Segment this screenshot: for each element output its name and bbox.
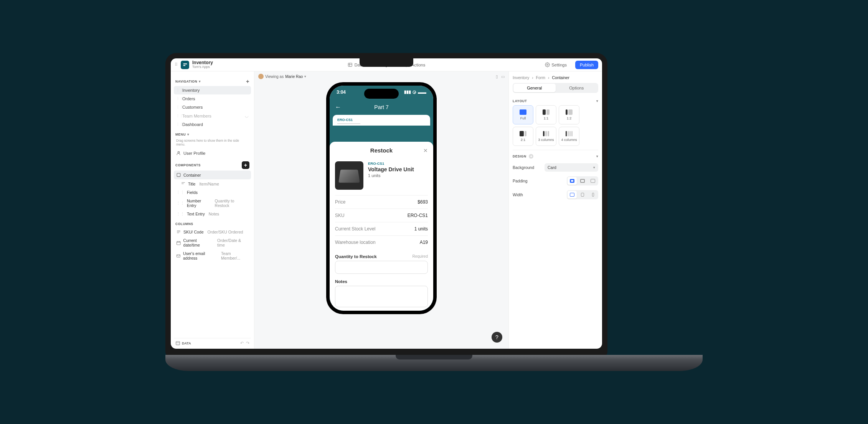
text-icon — [176, 229, 181, 234]
container-icon — [176, 172, 181, 177]
layout-opt-2-1[interactable]: 2:1 — [513, 127, 533, 146]
width-opt-2[interactable] — [578, 191, 587, 199]
row-price: Price $693 — [335, 195, 428, 209]
nav-item-team-members[interactable]: ⋮⋮Team Members◡ — [174, 111, 251, 120]
publish-button[interactable]: Publish — [575, 61, 598, 69]
components-section-label: COMPONENTS — [175, 163, 201, 167]
tab-general[interactable]: General — [513, 84, 556, 92]
data-footer-button[interactable]: DATA — [175, 341, 191, 346]
svg-rect-8 — [177, 173, 180, 177]
tab-options[interactable]: Options — [556, 84, 598, 92]
data-icon — [175, 341, 180, 346]
wifi-icon: ◶ — [413, 89, 416, 94]
padding-opt-3[interactable] — [588, 177, 597, 185]
row-sku: SKU ERO-CS1 — [335, 209, 428, 222]
back-icon[interactable]: ← — [335, 104, 341, 111]
status-time: 3:04 — [337, 89, 346, 95]
nav-item-user-profile[interactable]: User Profile — [174, 149, 251, 157]
svg-rect-1 — [183, 65, 185, 66]
calendar-icon — [176, 240, 181, 245]
status-icons: ▮▮▮ ◶ ▬▬ — [404, 89, 426, 94]
notes-label: Notes — [335, 279, 347, 284]
hidden-icon: ◡ — [245, 113, 249, 118]
chevron-down-icon[interactable]: ▾ — [199, 80, 201, 83]
padding-toggle — [567, 176, 598, 186]
close-icon[interactable]: ✕ — [423, 147, 428, 154]
svg-point-6 — [547, 64, 548, 65]
restock-sheet: Restock ✕ ERO-CS1 Voltage Drive Unit — [330, 142, 433, 311]
component-text-entry[interactable]: ⋮⋮ Text Entry Notes — [174, 210, 251, 218]
columns-section-label: COLUMNS — [175, 222, 193, 226]
product-sku: ERO-CS1 — [368, 161, 414, 166]
background-label: Background — [513, 165, 534, 170]
column-date[interactable]: Current date/time Order/Date & time — [174, 236, 251, 249]
right-panel: Inventory › Form › Container General Opt… — [508, 71, 602, 349]
nav-item-inventory[interactable]: ⋮⋮Inventory — [174, 86, 251, 94]
product-units: 1 units — [368, 173, 414, 178]
qty-label: Quantity to Restock — [335, 254, 377, 259]
app-subtitle: Tom's Apps — [192, 65, 213, 69]
layout-opt-full[interactable]: Full — [513, 105, 533, 124]
redo-icon[interactable]: ↷ — [246, 341, 249, 346]
component-title[interactable]: Title Item/Name — [174, 179, 251, 188]
layout-opt-1-2[interactable]: 1:2 — [559, 105, 579, 124]
page-title: Part 7 — [374, 104, 388, 110]
nav-item-orders[interactable]: ⋮⋮Orders — [174, 94, 251, 103]
layout-opt-1-1[interactable]: 1:1 — [536, 105, 556, 124]
signal-icon: ▮▮▮ — [404, 89, 411, 94]
settings-button[interactable]: Settings — [540, 60, 571, 69]
add-navigation-icon[interactable]: + — [246, 78, 249, 84]
padding-opt-2[interactable] — [578, 177, 587, 185]
qty-input[interactable] — [335, 261, 428, 274]
chevron-down-icon[interactable]: ▾ — [304, 75, 306, 78]
component-fields[interactable]: ⋮⋮ Fields — [174, 188, 251, 197]
undo-icon[interactable]: ↶ — [240, 341, 244, 346]
component-container[interactable]: Container — [174, 171, 251, 179]
chevron-down-icon[interactable]: ▾ — [596, 99, 599, 103]
width-opt-1[interactable] — [568, 191, 577, 199]
menu-section-label: MENU — [175, 132, 186, 136]
nav-item-dashboard[interactable]: ⋮⋮Dashboard — [174, 120, 251, 129]
left-panel: NAVIGATION ▾ + ⋮⋮Inventory ⋮⋮Orders ⋮⋮Cu… — [171, 71, 254, 349]
mobile-icon[interactable]: ▯ — [496, 75, 498, 79]
viewing-as-label: Viewing as — [265, 75, 284, 79]
canvas: Viewing as Marie Rao ▾ ▯ ▭ — [254, 71, 508, 349]
svg-rect-11 — [176, 341, 180, 345]
chevron-down-icon[interactable]: ▾ — [596, 154, 599, 158]
svg-rect-0 — [183, 63, 187, 64]
add-component-button[interactable]: + — [242, 161, 249, 169]
column-sku[interactable]: SKU/ Code Order/SKU Ordered — [174, 227, 251, 236]
help-button[interactable]: ? — [492, 332, 502, 343]
product-name: Voltage Drive Unit — [368, 166, 414, 172]
navigation-section-label: NAVIGATION — [175, 80, 197, 83]
breadcrumb: Inventory › Form › Container — [513, 75, 598, 83]
battery-icon: ▬▬ — [418, 90, 426, 94]
sheet-title: Restock — [370, 147, 393, 154]
crumb-form[interactable]: Form — [536, 75, 546, 80]
layout-opt-3col[interactable]: 3 columns — [536, 127, 556, 146]
component-number-entry[interactable]: ⋮⋮ Number Entry Quantity to Restock — [174, 197, 251, 210]
product-image — [335, 161, 363, 190]
background-select[interactable]: Card ▾ — [545, 163, 598, 172]
width-opt-3[interactable] — [588, 191, 597, 199]
padding-label: Padding — [513, 179, 528, 183]
width-label: Width — [513, 192, 523, 197]
svg-point-7 — [178, 151, 179, 153]
info-icon[interactable]: ✦ — [529, 154, 533, 159]
notes-input[interactable] — [335, 286, 428, 307]
phone-preview: 3:04 ▮▮▮ ◶ ▬▬ ← Part 7 — [326, 82, 437, 314]
padding-opt-1[interactable] — [568, 177, 577, 185]
app-menu-grid-icon[interactable]: ⠿ — [175, 62, 178, 67]
viewing-as-user[interactable]: Marie Rao — [285, 75, 303, 79]
crumb-inventory[interactable]: Inventory — [513, 75, 529, 80]
column-email[interactable]: User's email address Team Member/... — [174, 249, 251, 262]
nav-item-customers[interactable]: ⋮⋮Customers — [174, 103, 251, 111]
svg-rect-9 — [177, 241, 180, 244]
peek-sku: ERO-CS1 — [337, 118, 426, 122]
dynamic-island — [364, 89, 399, 99]
title-icon — [181, 181, 186, 186]
desktop-icon[interactable]: ▭ — [501, 75, 505, 79]
layout-opt-4col[interactable]: 4 columns — [559, 127, 579, 146]
chevron-down-icon[interactable]: ▾ — [187, 132, 190, 136]
design-section-label: DESIGN — [513, 154, 526, 158]
